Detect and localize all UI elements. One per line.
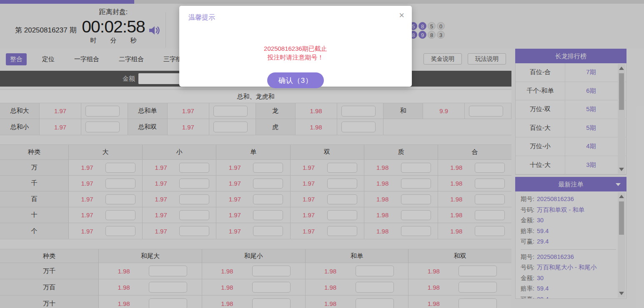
- betting-page: 第 20250816237 期 距离封盘: 00:02:58 时分秒 58508…: [0, 0, 644, 308]
- close-icon[interactable]: ×: [399, 11, 404, 20]
- modal-title: 温馨提示: [188, 13, 215, 22]
- notice-modal: 温馨提示 × 20250816236期已截止 投注时请注意期号！ 确认（3）: [179, 6, 412, 87]
- modal-message-line2: 投注时请注意期号！: [179, 53, 412, 62]
- modal-message-line1: 20250816236期已截止: [179, 44, 412, 53]
- confirm-button[interactable]: 确认（3）: [267, 72, 324, 88]
- modal-message: 20250816236期已截止 投注时请注意期号！: [179, 44, 412, 62]
